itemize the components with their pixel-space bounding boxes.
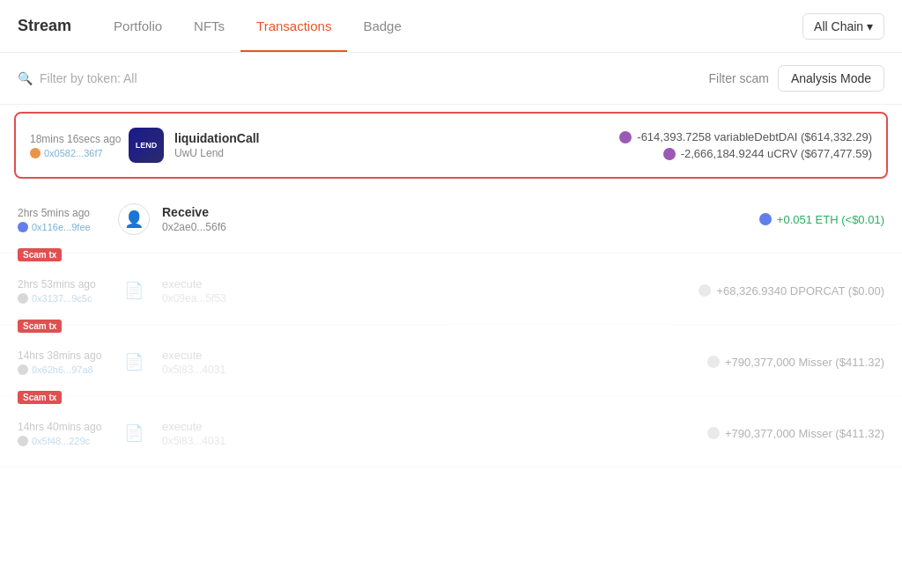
tx-time: 14hrs 38mins ago [18,349,115,362]
filter-scam-button[interactable]: Filter scam [709,71,769,85]
tx-method: Receive [162,205,759,219]
amount-row: -2,666,184.9244 uCRV ($677,477.59) [663,147,872,160]
chain-dot-icon [18,293,28,304]
document-icon: 📄 [118,275,150,306]
chain-dot-icon [18,222,28,232]
transaction-list: 18mins 16secs ago0x0582...36f7LENDliquid… [0,112,902,467]
token-dot-icon [707,356,720,368]
tx-section-tx4: Scam tx14hrs 38mins ago0x62h6...97a8📄exe… [0,328,902,396]
amount-value: +790,377,000 Misser ($411.32) [725,427,884,440]
nav-tabs: Portfolio NFTs Transactions Badge [98,0,418,52]
tab-portfolio[interactable]: Portfolio [98,0,178,52]
filter-bar: 🔍 Filter by token: All Filter scam Analy… [0,53,902,105]
tx-icon: 📄 [115,271,153,310]
document-icon: 📄 [118,417,150,449]
tx-hash[interactable]: 0x116e...9fee [18,222,115,232]
tx-method: liquidationCall [174,131,619,145]
table-row[interactable]: 14hrs 38mins ago0x62h6...97a8📄execute0x5… [0,328,902,396]
filter-right: Filter scam Analysis Mode [709,65,885,92]
tx-time: 2hrs 53mins ago [18,278,115,290]
chain-dot-icon [30,148,41,158]
tx-amounts: +790,377,000 Misser ($411.32) [707,427,884,440]
amount-row: +68,326.9340 DPORCAT ($0.00) [699,284,884,298]
chain-selector[interactable]: All Chain ▾ [802,13,884,40]
token-dot-icon [619,131,632,143]
amount-value: +0.051 ETH (<$0.01) [777,213,884,226]
tx-icon: LEND [127,126,166,165]
tx-icon: 📄 [115,342,153,381]
search-icon: 🔍 [18,71,33,85]
tx-hash[interactable]: 0x5f48...229c [18,436,115,446]
tx-section-tx3: Scam tx2hrs 53mins ago0x3137...9c5c📄exec… [0,257,902,325]
amount-value: -2,666,184.9244 uCRV ($677,477.59) [681,147,872,160]
tx-protocol: 0x09ea...5f53 [162,292,699,305]
tx-method: execute [162,277,699,290]
user-icon: 👤 [118,203,150,235]
tx-hash[interactable]: 0x3137...9c5c [18,293,115,304]
filter-search: 🔍 Filter by token: All [18,71,699,85]
tx-amounts: +790,377,000 Misser ($411.32) [707,356,884,369]
tx-amounts: +68,326.9340 DPORCAT ($0.00) [699,284,884,298]
amount-value: +790,377,000 Misser ($411.32) [725,356,884,369]
token-dot-icon [707,427,720,439]
tx-amounts: -614,393.7258 variableDebtDAI ($614,332.… [619,130,872,160]
tx-method: execute [162,420,707,433]
table-row[interactable]: 2hrs 53mins ago0x3137...9c5c📄execute0x09… [0,257,902,325]
tx-section-tx2: 2hrs 5mins ago0x116e...9fee👤Receive0x2ae… [0,186,902,254]
tx-protocol: 0x2ae0...56f6 [162,221,759,233]
chain-dot-icon [18,436,28,446]
tx-time: 14hrs 40mins ago [18,421,115,433]
chain-dot-icon [18,364,28,375]
table-row[interactable]: 2hrs 5mins ago0x116e...9fee👤Receive0x2ae… [0,186,902,254]
amount-value: +68,326.9340 DPORCAT ($0.00) [716,284,884,298]
filter-placeholder[interactable]: Filter by token: All [40,71,137,85]
token-dot-icon [663,148,676,160]
tx-section-tx5: Scam tx14hrs 40mins ago0x5f48...229c📄exe… [0,400,902,467]
tx-hash[interactable]: 0x62h6...97a8 [18,364,115,375]
document-icon: 📄 [118,346,150,378]
protocol-logo: LEND [129,128,164,163]
tx-method: execute [162,349,707,362]
tx-icon: 👤 [115,200,153,239]
tx-protocol: UwU Lend [174,147,619,159]
tab-transactions[interactable]: Transactions [240,0,347,52]
tx-time: 2hrs 5mins ago [18,207,115,219]
table-row[interactable]: 18mins 16secs ago0x0582...36f7LENDliquid… [14,112,888,179]
tx-section-tx1: 18mins 16secs ago0x0582...36f7LENDliquid… [0,112,902,179]
amount-row: -614,393.7258 variableDebtDAI ($614,332.… [619,130,872,143]
amount-row: +0.051 ETH (<$0.01) [759,213,884,226]
amount-value: -614,393.7258 variableDebtDAI ($614,332.… [637,130,872,143]
tab-nfts[interactable]: NFTs [178,0,240,52]
amount-row: +790,377,000 Misser ($411.32) [707,356,884,369]
tx-protocol: 0x5l83...4031 [162,435,707,447]
analysis-mode-button[interactable]: Analysis Mode [778,65,884,92]
amount-row: +790,377,000 Misser ($411.32) [707,427,884,440]
tx-hash[interactable]: 0x0582...36f7 [30,148,127,158]
token-dot-icon [699,284,711,297]
nav-right: All Chain ▾ [802,13,884,40]
tx-protocol: 0x5l83...4031 [162,364,707,376]
token-dot-icon [759,213,772,225]
table-row[interactable]: 14hrs 40mins ago0x5f48...229c📄execute0x5… [0,400,902,467]
top-nav: Stream Portfolio NFTs Transactions Badge… [0,0,902,53]
tab-badge[interactable]: Badge [347,0,417,52]
tx-amounts: +0.051 ETH (<$0.01) [759,213,884,226]
brand: Stream [18,17,71,35]
tx-icon: 📄 [115,414,153,452]
tx-time: 18mins 16secs ago [30,133,127,145]
